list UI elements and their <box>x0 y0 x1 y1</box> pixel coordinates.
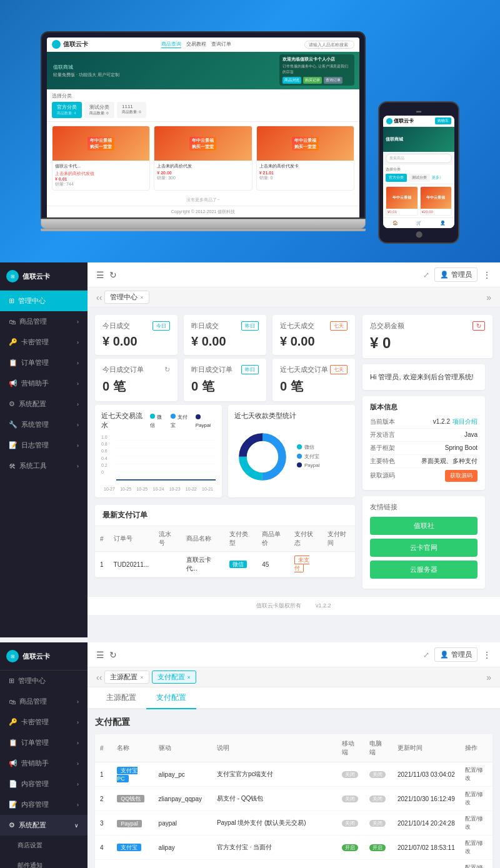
pc-toggle[interactable]: 关闭 <box>369 796 386 802</box>
sidebar-item-cards[interactable]: 🔑 卡密管理 › <box>0 332 88 352</box>
sidebar-item-goods[interactable]: 🛍 商品管理 › <box>0 311 88 332</box>
admin-user-btn-2[interactable]: 👤 管理员 <box>434 647 478 662</box>
sidebar-label-logs: 日志管理 <box>21 441 49 450</box>
donut-area: 微信 支付宝 Paypal <box>234 426 349 488</box>
more-btn-2[interactable]: ⋮ <box>482 650 491 660</box>
friend-btn-3[interactable]: 云服务器 <box>370 561 478 579</box>
dashboard-main: 今日成交 今日 ¥ 0.00 昨日成交 昨日 ¥ 0.00 <box>88 307 362 596</box>
donut-legend: 微信 支付宝 Paypal <box>297 444 319 471</box>
admin-user-btn[interactable]: 👤 管理员 <box>434 267 478 282</box>
config-action-btn[interactable]: 配置/修改 <box>465 816 484 830</box>
product-card-1[interactable]: 年中云景福购买一堂堂 值联云卡代... 上击来的高价代发值 ¥ 0.01 销量:… <box>52 126 150 191</box>
refresh-btn-2[interactable]: ↻ <box>109 650 117 660</box>
week-orders-card: 近七天成交订单 七天 0 笔 <box>272 359 355 401</box>
tab-payment-config[interactable]: 支付配置 <box>146 687 196 709</box>
sidebar-item-logs[interactable]: 📝 日志管理 › <box>0 435 88 456</box>
phone-nav-user[interactable]: 👤 <box>431 221 454 226</box>
sidebar-item-marketing[interactable]: 📢 营销助手 › <box>0 373 88 394</box>
sidebar2-sub-shop[interactable]: 商店设置 <box>0 836 88 856</box>
cat-tab-1[interactable]: 官方分类 商品数量: 4 <box>52 102 82 118</box>
phone-product-1[interactable]: 年中云景福 ¥0.01 <box>386 186 418 216</box>
phone-nav-cart[interactable]: 🛒 <box>407 221 431 226</box>
config-action-btn[interactable]: 配置/修改 <box>465 791 484 806</box>
expand-icon-2[interactable]: ⤢ <box>423 651 429 659</box>
sidebar2-item-orders[interactable]: 📋 订单管理 › <box>0 732 88 753</box>
friend-btn-2[interactable]: 云卡官网 <box>370 539 478 557</box>
config-action-btn[interactable]: 配置/修改 <box>465 840 484 854</box>
banner-btn2[interactable]: 购买记录 <box>303 77 322 84</box>
mobile-toggle[interactable]: 关闭 <box>342 820 358 827</box>
sidebar2-item-content2[interactable]: 📝 内容管理 › <box>0 794 88 815</box>
store-nav: 商品查询 交易教程 查询订单 <box>161 41 231 48</box>
breadcrumb-bar-2: ‹‹ 主源配置 × 支付配置 × » <box>88 667 500 687</box>
breadcrumb-close[interactable]: × <box>140 294 143 301</box>
phone-nav-home[interactable]: 🏠 <box>383 221 407 226</box>
more-btn[interactable]: ⋮ <box>482 270 491 280</box>
expand-icon[interactable]: ⤢ <box>423 271 429 279</box>
sidebar-item-orders[interactable]: 📋 订单管理 › <box>0 352 88 373</box>
nav-back-btn[interactable]: ‹‹ <box>96 292 102 302</box>
sidebar2-item-cards[interactable]: 🔑 卡密管理 › <box>0 712 88 732</box>
search-input[interactable] <box>304 41 354 49</box>
mobile-toggle[interactable]: 关闭 <box>342 771 358 778</box>
nav-back-btn-2[interactable]: ‹‹ <box>96 672 102 682</box>
nav-item-2[interactable]: 查询订单 <box>211 41 231 48</box>
refresh-btn[interactable]: ↻ <box>109 270 117 280</box>
product-card-2[interactable]: 年中云景福购买一堂堂 上击来的高价代发 ¥ 20.00 销量: 300 <box>154 126 252 191</box>
chart-x-labels: 10-2710-2510-2510-2410-2310-2210-21 <box>101 487 216 491</box>
main-tab-close[interactable]: × <box>140 674 143 681</box>
mobile-toggle[interactable]: 开启 <box>342 844 358 851</box>
product1-sold: 销量: 744 <box>55 181 147 187</box>
config-action-btn[interactable]: 配置/修改 <box>465 864 484 868</box>
nav-item-1[interactable]: 交易教程 <box>186 41 206 48</box>
nav-item-0[interactable]: 商品查询 <box>161 41 181 48</box>
version-link[interactable]: 项目介绍 <box>452 417 478 426</box>
sidebar2-item-goods[interactable]: 🛍 商品管理 › <box>0 691 88 712</box>
today-orders-refresh[interactable]: ↻ <box>164 366 170 374</box>
banner-btn1[interactable]: 商品浏览 <box>282 77 301 84</box>
laptop-base <box>41 219 366 229</box>
sidebar-item-dashboard[interactable]: ⊞ 管理中心 <box>0 291 88 311</box>
phone-banner: 值联商城 <box>383 127 454 152</box>
pc-toggle[interactable]: 开启 <box>369 844 386 851</box>
phone-cart-btn[interactable]: 购物车 <box>435 117 451 124</box>
total-refresh-btn[interactable]: ↻ <box>472 321 485 331</box>
menu-toggle-btn[interactable]: ☰ <box>96 270 104 280</box>
sidebar-item-tools[interactable]: 🛠 系统工具 › <box>0 456 88 476</box>
phone-cat1[interactable]: 官方分类 <box>386 174 407 182</box>
cat-tab-2[interactable]: 测试分类 商品数量: 0 <box>84 102 114 118</box>
pc-toggle[interactable]: 关闭 <box>369 820 386 827</box>
payment-tab-close[interactable]: × <box>188 674 191 681</box>
sidebar2-sub-email[interactable]: 邮件通知 <box>0 856 88 868</box>
sidebar2-item-marketing[interactable]: 📢 营销助手 › <box>0 753 88 774</box>
store-name-label: 值联云卡 <box>63 40 88 49</box>
sidebar-label-sysconfig: 系统配置 <box>19 399 46 409</box>
sidebar2-item-dashboard[interactable]: ⊞ 管理中心 <box>0 671 88 691</box>
tab-main-source[interactable]: 主源配置 <box>96 687 146 709</box>
get-source-btn[interactable]: 获取源码 <box>445 470 478 482</box>
cat-tab-3[interactable]: 1111 商品数量: 0 <box>117 102 146 118</box>
nav-forward-btn[interactable]: » <box>486 292 491 302</box>
driver-cell: alipay_pc <box>154 762 212 787</box>
sysconfig-icon: ⚙ <box>9 400 15 408</box>
phone-cat2[interactable]: 测试分类 <box>409 174 430 182</box>
sidebar-item-sysmanage[interactable]: 🔧 系统管理 › <box>0 414 88 435</box>
phone-product-2[interactable]: 年中云景福 ¥20.00 <box>420 186 452 216</box>
product-card-3[interactable]: 年中云景福购买一堂堂 上击来的高价代发卡 ¥ 21.01 销量: 0 <box>256 126 354 191</box>
orders-card: 最新支付订单 # 订单号 流水号 商品名称 支付类型 商品单价 <box>95 505 355 577</box>
orders-stats-row: 今日成交订单 ↻ 0 笔 昨日成交订单 昨日 0 笔 <box>88 359 362 405</box>
nav-forward-btn-2[interactable]: » <box>486 672 491 682</box>
menu-toggle-btn-2[interactable]: ☰ <box>96 650 104 660</box>
config-action-btn[interactable]: 配置/修改 <box>465 767 484 781</box>
sidebar2-item-content1[interactable]: 📄 内容管理 › <box>0 774 88 794</box>
pc-toggle[interactable]: 关闭 <box>369 771 386 778</box>
phone-search-input[interactable]: 搜索商品 <box>386 154 452 163</box>
sidebar2-item-sysconfig[interactable]: ⚙ 系统配置 ∨ <box>0 815 88 836</box>
top-bar-1: ☰ ↻ ⤢ 👤 管理员 ⋮ <box>88 262 500 287</box>
mobile-toggle[interactable]: 关闭 <box>342 796 358 802</box>
order-id-cell: TUD20211... <box>109 552 154 577</box>
update-cell: 2021/08/17 23:20:56 <box>392 860 460 869</box>
sidebar-item-sysconfig[interactable]: ⚙ 系统配置 › <box>0 394 88 414</box>
friend-btn-1[interactable]: 值联社 <box>370 517 478 535</box>
banner-btn3[interactable]: 查询订单 <box>324 77 342 84</box>
